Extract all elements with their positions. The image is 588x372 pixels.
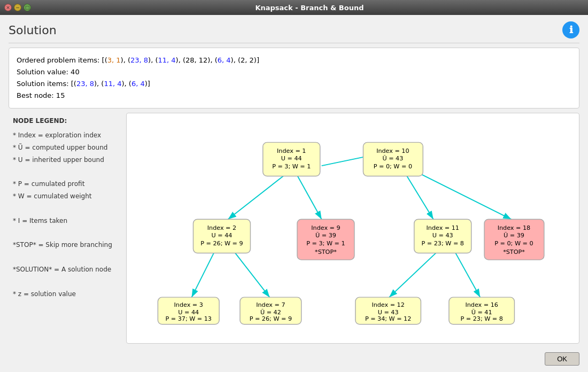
legend-spacer3 [13,227,122,239]
legend-spacer2 [13,203,122,215]
maximize-button[interactable]: □ [24,4,31,11]
edge-n11-n16 [454,251,481,298]
svg-text:P = 23; W = 8: P = 23; W = 8 [460,315,502,322]
ok-button[interactable]: OK [545,352,579,366]
svg-text:Index = 11: Index = 11 [427,224,459,231]
legend-item-5: * W = cumulated weight [13,190,122,203]
info-box: Ordered problem items: [(3, 1), (23, 8),… [9,48,579,108]
legend-item-8: *SOLUTION* = A solution node [13,264,122,276]
svg-text:Index = 2: Index = 2 [207,224,236,231]
title-bar: × − □ Knapsack - Branch & Bound [0,0,588,15]
svg-text:U = 44: U = 44 [281,156,302,162]
svg-text:P = 3;  W = 1: P = 3; W = 1 [272,163,311,170]
svg-text:Ũ = 39: Ũ = 39 [504,232,524,239]
legend-item-7: *STOP* = Skip more branching [13,239,122,251]
legend-spacer1 [13,166,122,179]
svg-text:P = 0;  W = 0: P = 0; W = 0 [494,240,533,247]
minimize-button[interactable]: − [14,4,21,11]
window-controls: × − □ [4,4,31,11]
legend-item-2: * Ũ = computed upper bound [13,142,122,154]
svg-text:*STOP*: *STOP* [315,249,337,256]
svg-text:P = 26; W = 9: P = 26; W = 9 [250,315,292,322]
svg-text:*STOP*: *STOP* [503,249,525,256]
svg-text:P = 34; W = 12: P = 34; W = 12 [365,315,411,322]
svg-text:P = 0;  W = 0: P = 0; W = 0 [374,163,412,170]
edge-n10-n18 [418,173,512,220]
svg-text:P = 23; W = 8: P = 23; W = 8 [422,240,464,247]
info-line4: Best node: 15 [17,90,571,102]
edge-n2-n7 [233,251,269,298]
legend-spacer4 [13,251,122,264]
edge-n1-n2 [228,173,288,220]
info-line2: Solution value: 40 [17,66,571,78]
close-button[interactable]: × [4,4,12,11]
svg-text:P = 26; W = 9: P = 26; W = 9 [200,240,243,247]
edge-n10-n11 [405,173,433,220]
legend-title: NODE LEGEND: [13,115,122,127]
svg-text:Index = 12: Index = 12 [372,301,404,308]
legend: NODE LEGEND: * Index = exploration index… [9,113,126,344]
main-content: Solution ℹ Ordered problem items: [(3, 1… [0,15,588,372]
svg-text:Index = 7: Index = 7 [256,301,285,308]
svg-text:Ũ = 43: Ũ = 43 [382,156,403,162]
svg-text:Index = 16: Index = 16 [465,301,498,308]
svg-text:U = 43: U = 43 [432,232,453,239]
lower-section: NODE LEGEND: * Index = exploration index… [9,113,579,344]
tree-container: Index = 1 U = 44 P = 3; W = 1 Index = 10… [126,113,579,344]
svg-text:Index = 3: Index = 3 [174,301,203,308]
page-title: Solution [9,24,57,37]
header-row: Solution ℹ [9,21,579,43]
legend-spacer5 [13,276,122,288]
info-line1-prefix: Ordered problem items: [( [17,56,107,64]
svg-text:Index = 10: Index = 10 [376,148,409,154]
svg-text:P = 3;  W = 1: P = 3; W = 1 [306,240,345,247]
info-button[interactable]: ℹ [562,21,579,38]
info-line1: Ordered problem items: [(3, 1), (23, 8),… [17,55,571,66]
info-line3: Solution items: [(23, 8), (11, 4), (6, 4… [17,78,571,90]
legend-item-1: * Index = exploration index [13,129,122,142]
svg-text:Ũ = 39: Ũ = 39 [315,232,336,239]
edge-n11-n12 [389,251,438,298]
svg-text:Index = 1: Index = 1 [277,148,306,154]
svg-text:P = 37; W = 13: P = 37; W = 13 [165,315,211,322]
footer-row: OK [9,348,579,366]
edge-n2-n3 [192,251,215,298]
svg-text:U = 44: U = 44 [212,232,233,239]
svg-text:Index = 9: Index = 9 [311,224,340,231]
legend-item-4: * P = cumulated profit [13,178,122,190]
svg-text:Index = 18: Index = 18 [498,224,530,231]
legend-item-3: * U = inherited upper bound [13,154,122,166]
tree-svg: Index = 1 U = 44 P = 3; W = 1 Index = 10… [127,113,579,343]
window-title: Knapsack - Branch & Bound [35,4,584,12]
legend-item-9: * z = solution value [13,288,122,300]
legend-item-6: * I = Items taken [13,215,122,227]
edge-n1-n9 [296,173,322,220]
